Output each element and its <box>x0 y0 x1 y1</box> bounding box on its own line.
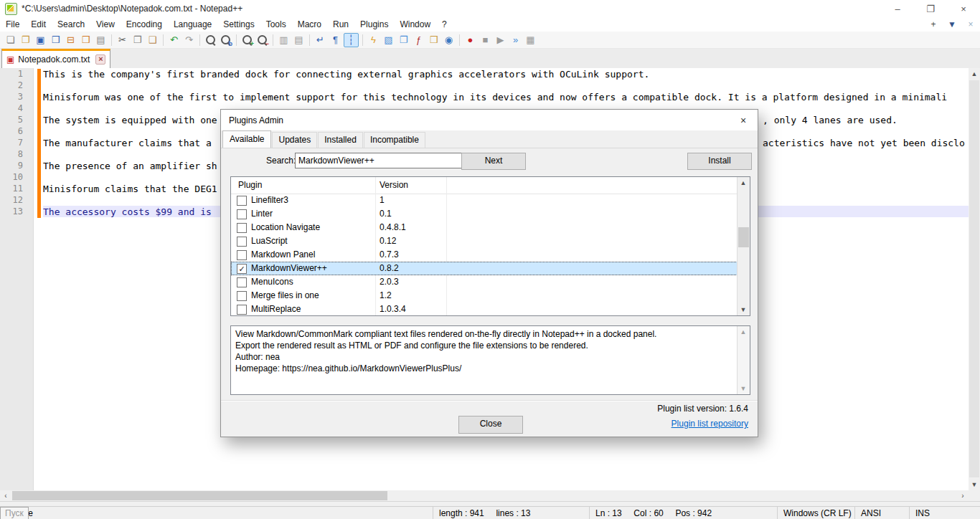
tab-list-dropdown-icon[interactable]: ▼ <box>943 19 961 29</box>
list-scroll-up-icon[interactable]: ▲ <box>738 177 749 189</box>
menu-?[interactable]: ? <box>436 18 453 31</box>
define-language-icon[interactable]: ϟ <box>367 34 380 47</box>
scroll-right-icon[interactable]: › <box>957 490 969 501</box>
dialog-tab-updates[interactable]: Updates <box>272 132 317 148</box>
column-version[interactable]: Version <box>380 180 408 190</box>
plugin-row-menuicons[interactable]: MenuIcons2.0.3 <box>231 275 738 289</box>
dialog-title-bar[interactable]: Plugins Admin × <box>221 110 758 130</box>
zoom-in-icon[interactable]: + <box>240 34 254 47</box>
plugin-checkbox[interactable] <box>237 209 247 219</box>
menu-search[interactable]: Search <box>52 18 90 31</box>
plugin-row-markdownviewer-[interactable]: ✓MarkdownViewer++0.8.2 <box>231 262 738 275</box>
zoom-out-icon[interactable]: − <box>255 34 269 47</box>
plugin-checkbox[interactable] <box>237 305 247 315</box>
column-plugin[interactable]: Plugin <box>238 180 262 190</box>
dialog-close-icon[interactable]: × <box>729 115 758 126</box>
document-list-icon[interactable]: ❐ <box>397 34 410 47</box>
undo-icon[interactable]: ↶ <box>167 34 181 47</box>
cut-icon[interactable]: ✂ <box>116 34 129 47</box>
scroll-down-icon[interactable]: ▼ <box>969 479 980 490</box>
macro-play-icon[interactable]: ▶ <box>494 34 507 47</box>
plugin-checkbox[interactable] <box>237 277 247 287</box>
close-file-icon[interactable]: ⊟ <box>64 34 77 47</box>
dialog-close-button[interactable]: Close <box>458 416 523 434</box>
show-all-characters-icon[interactable]: ¶ <box>329 34 342 47</box>
plugin-row-location-navigate[interactable]: Location Navigate0.4.8.1 <box>231 221 738 234</box>
list-scroll-thumb[interactable] <box>738 227 749 247</box>
copy-icon[interactable]: ❐ <box>131 34 144 47</box>
plugin-checkbox[interactable] <box>237 196 247 206</box>
menu-run[interactable]: Run <box>327 18 354 31</box>
menu-settings[interactable]: Settings <box>217 18 260 31</box>
plugin-list-header[interactable]: Plugin Version <box>231 177 750 194</box>
print-icon[interactable]: ▤ <box>94 34 108 47</box>
macro-stop-icon[interactable]: ■ <box>479 34 492 47</box>
menu-view[interactable]: View <box>90 18 121 31</box>
close-tab-button[interactable]: × <box>961 19 980 29</box>
plugin-row-markdown-panel[interactable]: Markdown Panel0.7.3 <box>231 248 738 262</box>
horizontal-scroll-thumb[interactable] <box>12 491 387 500</box>
plugin-list-scrollbar[interactable]: ▲ ▼ <box>737 177 750 315</box>
next-button[interactable]: Next <box>461 153 526 170</box>
dialog-tab-installed[interactable]: Installed <box>318 132 363 148</box>
minimize-button[interactable]: – <box>881 0 914 17</box>
tab-notepadok[interactable]: ▣ Notepadok.com.txt × <box>1 49 110 68</box>
tab-close-icon[interactable]: × <box>95 54 105 65</box>
sync-vertical-scroll-icon[interactable]: ▥ <box>277 34 291 47</box>
plugin-checkbox[interactable] <box>237 291 247 301</box>
install-button[interactable]: Install <box>687 153 752 170</box>
close-button[interactable]: × <box>947 0 980 17</box>
open-file-icon[interactable]: ❐ <box>19 34 32 47</box>
macro-record-icon[interactable]: ● <box>463 34 477 47</box>
menu-file[interactable]: File <box>0 18 25 31</box>
horizontal-scrollbar[interactable]: ‹ › <box>0 490 969 501</box>
description-scrollbar[interactable]: ▲ ▼ <box>737 326 750 394</box>
new-file-icon[interactable]: ❏ <box>4 34 17 47</box>
dialog-tab-incompatible[interactable]: Incompatible <box>364 132 425 148</box>
function-list-icon[interactable]: ƒ <box>412 34 425 47</box>
plugin-list-repository-link[interactable]: Plugin list repository <box>672 419 748 429</box>
replace-icon[interactable]: b <box>219 34 232 47</box>
plugin-row-luascript[interactable]: LuaScript0.12 <box>231 234 738 248</box>
sync-horizontal-scroll-icon[interactable]: ▤ <box>292 34 306 47</box>
plugin-row-linefilter3[interactable]: Linefilter31 <box>231 194 738 207</box>
vertical-scroll-thumb[interactable] <box>969 80 979 477</box>
search-input[interactable] <box>295 153 464 168</box>
macro-save-icon[interactable]: ▦ <box>524 34 537 47</box>
menu-plugins[interactable]: Plugins <box>354 18 394 31</box>
dialog-tab-available[interactable]: Available <box>222 130 271 148</box>
monitoring-icon[interactable]: ◉ <box>442 34 456 47</box>
document-map-icon[interactable]: ▧ <box>382 34 395 47</box>
scroll-left-icon[interactable]: ‹ <box>0 490 11 501</box>
macro-run-multiple-icon[interactable]: » <box>509 34 522 47</box>
plugin-checkbox[interactable]: ✓ <box>237 264 247 274</box>
menu-encoding[interactable]: Encoding <box>121 18 168 31</box>
plugin-row-merge-files-in-one[interactable]: Merge files in one1.2 <box>231 289 738 303</box>
menu-window[interactable]: Window <box>394 18 436 31</box>
new-tab-button[interactable]: + <box>924 19 943 29</box>
save-all-icon[interactable]: ❒ <box>49 34 62 47</box>
restore-button[interactable]: ❐ <box>914 0 947 17</box>
scroll-up-icon[interactable]: ▲ <box>969 68 980 80</box>
plugin-checkbox[interactable] <box>237 223 247 233</box>
menu-tools[interactable]: Tools <box>260 18 292 31</box>
menu-edit[interactable]: Edit <box>25 18 52 31</box>
menu-language[interactable]: Language <box>168 18 217 31</box>
desc-scroll-down-icon[interactable]: ▼ <box>738 383 749 394</box>
windows-start-button[interactable]: Пуск <box>0 507 29 519</box>
list-scroll-down-icon[interactable]: ▼ <box>738 304 749 315</box>
indent-guide-icon[interactable]: ┆ <box>344 33 359 47</box>
close-all-icon[interactable]: ❒ <box>79 34 93 47</box>
word-wrap-icon[interactable]: ↵ <box>314 34 327 47</box>
menu-macro[interactable]: Macro <box>292 18 327 31</box>
plugin-row-multireplace[interactable]: MultiReplace1.0.3.4 <box>231 303 738 316</box>
folder-as-workspace-icon[interactable]: ❒ <box>427 34 440 47</box>
plugin-checkbox[interactable] <box>237 237 247 247</box>
find-icon[interactable] <box>204 34 217 47</box>
desc-scroll-up-icon[interactable]: ▲ <box>738 326 749 338</box>
redo-icon[interactable]: ↷ <box>182 34 196 47</box>
plugin-checkbox[interactable] <box>237 250 247 260</box>
vertical-scrollbar[interactable]: ▲ ▼ <box>969 68 980 490</box>
plugin-row-linter[interactable]: Linter0.1 <box>231 207 738 221</box>
save-icon[interactable]: ▣ <box>34 34 47 47</box>
